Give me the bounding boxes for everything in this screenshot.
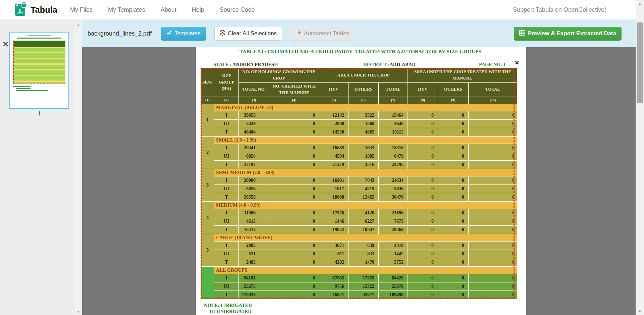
value-cell: 4310 xyxy=(379,241,408,250)
autodetect-tables-button[interactable]: Autodetect Tables xyxy=(292,27,355,41)
value-cell: 0 xyxy=(438,274,469,282)
row-type-cell: T xyxy=(214,160,239,169)
value-cell: 3516 xyxy=(348,160,379,169)
thumbnail-table-selection[interactable] xyxy=(13,41,65,84)
value-cell: 2005 xyxy=(239,241,269,250)
table-row: I941850670651735584420000 xyxy=(201,274,517,282)
value-cell: 0 xyxy=(438,209,469,217)
pdf-page-1[interactable]: TABLE 5J : ESTIMATED AREA UNDER PADDY TR… xyxy=(196,47,526,315)
sidebar-scrollbar[interactable]: ▲ ▼ xyxy=(74,20,82,315)
value-cell: 32677 xyxy=(348,291,379,299)
scroll-down-icon[interactable]: ▼ xyxy=(636,309,644,314)
district-label: DISTRICT : xyxy=(363,62,389,67)
table-row: T11903307682132677109498000 xyxy=(201,291,517,299)
value-cell: 0 xyxy=(469,193,517,201)
value-cell: 0 xyxy=(408,144,438,152)
value-cell: 0 xyxy=(269,209,319,217)
selection-toolbar: background_lines_2.pdf Templates Clear A… xyxy=(82,20,636,47)
column-number: (3) xyxy=(239,97,269,104)
value-cell: 15322 xyxy=(348,282,379,291)
table-row: UI68540459418856479000 xyxy=(201,152,517,160)
district-value: ADILABAD xyxy=(389,62,415,67)
value-cell: 3648 xyxy=(379,119,408,128)
top-navbar: Tabula My FilesMy TemplatesAboutHelpSour… xyxy=(0,0,636,20)
value-cell: 0 xyxy=(469,282,517,291)
table-row: T46484014230488219112000 xyxy=(201,128,517,136)
value-cell: 109498 xyxy=(379,291,408,299)
pdf-footnote: NOTE: I-IRRIGATED UI-UNIRRIGATED xyxy=(204,302,252,314)
page-1-thumbnail[interactable] xyxy=(9,32,69,109)
value-cell: 27197 xyxy=(239,160,269,169)
sub-header: OTHERS xyxy=(348,83,379,97)
value-cell: 16312 xyxy=(239,225,269,234)
value-cell: 0 xyxy=(269,144,319,152)
value-cell: 84420 xyxy=(379,274,408,282)
value-cell: 0 xyxy=(269,160,319,169)
value-cell: 2485 xyxy=(239,258,269,266)
preview-export-button[interactable]: Preview & Export Extracted Data xyxy=(514,27,622,41)
sidebar-scroll-down-icon[interactable]: ▼ xyxy=(74,310,82,313)
row-type-cell: I xyxy=(214,209,239,217)
value-cell: 0 xyxy=(408,250,438,258)
value-cell: 26555 xyxy=(239,193,269,201)
value-cell: 39053 xyxy=(239,111,269,119)
value-cell: 0 xyxy=(438,282,469,291)
brand-name: Tabula xyxy=(31,5,57,15)
sub-header: TOTAL NO. xyxy=(239,83,269,97)
column-number: (4) xyxy=(269,97,319,104)
value-cell: 0 xyxy=(269,185,319,193)
scrollbar-thumb[interactable] xyxy=(637,22,643,103)
value-cell: 0 xyxy=(469,119,517,128)
scroll-up-icon[interactable]: ▲ xyxy=(636,2,644,6)
nav-item-source-code[interactable]: Source Code xyxy=(220,6,255,13)
value-cell: 0 xyxy=(438,217,469,225)
value-cell: 0 xyxy=(269,258,319,266)
row-type-cell: I xyxy=(214,176,239,185)
size-group-band: MARGINAL (BELOW 1.0) xyxy=(214,104,517,111)
nav-item-about[interactable]: About xyxy=(161,6,176,13)
value-cell: 0 xyxy=(469,185,517,193)
row-type-cell: T xyxy=(214,291,239,299)
value-cell: 5752 xyxy=(379,258,408,266)
remove-page-icon[interactable]: ✕ xyxy=(2,41,9,48)
clear-all-selections-button[interactable]: Clear All Selections xyxy=(214,27,282,41)
value-cell: 0 xyxy=(408,241,438,250)
size-group-band: MEDIUM (4.0 - 9.99) xyxy=(214,201,517,209)
tabula-logo[interactable]: Tabula xyxy=(15,2,57,17)
value-cell: 14230 xyxy=(319,128,348,136)
value-cell: 0 xyxy=(469,111,517,119)
row-type-cell: UI xyxy=(214,119,239,128)
value-cell: 10347 xyxy=(348,225,379,234)
column-number: (7) xyxy=(379,97,408,104)
nav-item-my-templates[interactable]: My Templates xyxy=(108,6,145,13)
value-cell: 1885 xyxy=(348,152,379,160)
value-cell: 0 xyxy=(469,291,517,299)
state-label: STATE : xyxy=(213,62,231,67)
slno-cell xyxy=(201,266,214,299)
row-type-cell: T xyxy=(214,258,239,266)
window-scrollbar[interactable]: ▲ ▼ xyxy=(636,0,644,315)
value-cell: 21696 xyxy=(379,209,408,217)
nav-item-help[interactable]: Help xyxy=(192,6,204,13)
value-cell: 0 xyxy=(269,111,319,119)
sidebar-scroll-up-icon[interactable]: ▲ xyxy=(74,23,82,27)
thumbnail-title-line xyxy=(28,35,51,36)
value-cell: 0 xyxy=(408,193,438,201)
value-cell: 7643 xyxy=(348,176,379,185)
value-cell: 24634 xyxy=(379,176,408,185)
value-cell: 17576 xyxy=(319,209,348,217)
table-row: I11986017576412021696000 xyxy=(201,209,517,217)
nav-item-my-files[interactable]: My Files xyxy=(70,6,93,13)
value-cell: 19022 xyxy=(319,225,348,234)
value-cell: 0 xyxy=(408,152,438,160)
row-type-cell: I xyxy=(214,111,239,119)
selection-close-icon[interactable]: ✕ xyxy=(515,59,519,66)
export-button-label: Preview & Export Extracted Data xyxy=(528,30,616,37)
value-cell: 0 xyxy=(269,152,319,160)
support-link[interactable]: Support Tabula on OpenCollective! xyxy=(513,6,606,13)
value-cell: 0 xyxy=(469,128,517,136)
page-thumbnails-sidebar: ✕ 1 xyxy=(0,20,74,315)
page-no-label: PAGE NO. 1 xyxy=(479,62,505,67)
sub-header: TOTAL xyxy=(469,83,517,97)
templates-button[interactable]: Templates xyxy=(161,27,206,41)
